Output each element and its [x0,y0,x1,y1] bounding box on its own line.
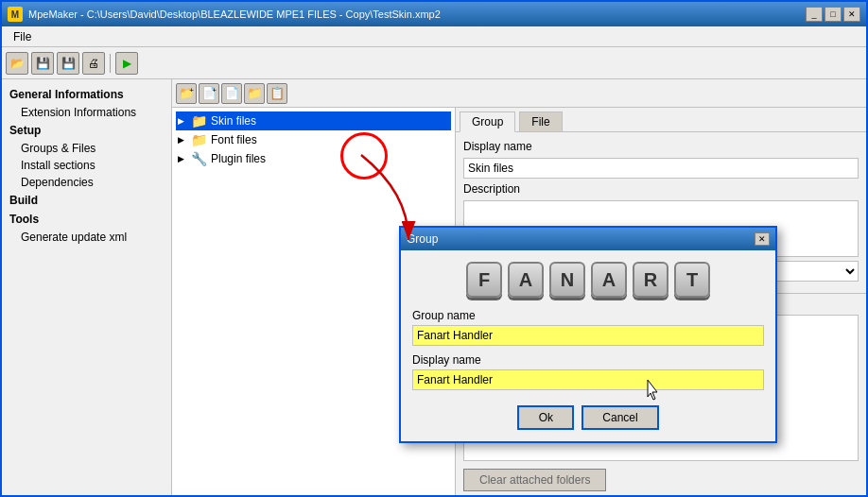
key-f: F [466,262,502,298]
sidebar-item-install[interactable]: Install sections [2,157,171,174]
main-toolbar: 📂 💾 💾 🖨 ▶ [2,47,866,79]
group-dialog: Group ✕ F A N A R T Group na [399,226,777,443]
ok-button[interactable]: Ok [517,405,574,430]
menubar: File [2,26,866,47]
sidebar-item-extension[interactable]: Extension Informations [2,104,171,121]
dialog-display-name-input[interactable] [412,369,764,390]
content-area: General Informations Extension Informati… [2,79,866,495]
titlebar: M MpeMaker - C:\Users\David\Desktop\BLEA… [2,2,866,26]
main-window: M MpeMaker - C:\Users\David\Desktop\BLEA… [0,0,868,497]
titlebar-left: M MpeMaker - C:\Users\David\Desktop\BLEA… [8,7,441,22]
save-as-button[interactable]: 💾 [57,52,79,75]
sidebar-item-groups[interactable]: Groups & Files [2,140,171,157]
dialog-display-name-label: Display name [412,353,764,367]
key-n: N [549,262,585,298]
close-button[interactable]: ✕ [843,7,860,22]
sidebar: General Informations Extension Informati… [2,79,172,495]
sidebar-section-setup: Setup [2,121,171,140]
sidebar-item-dependencies[interactable]: Dependencies [2,174,171,191]
sidebar-item-generate[interactable]: Generate update xml [2,229,171,246]
maximize-button[interactable]: □ [825,7,842,22]
dialog-buttons: Ok Cancel [412,405,764,430]
app-icon: M [8,7,23,22]
key-r: R [633,262,668,298]
keys-row: F A N A R T [412,262,764,298]
key-a2: A [591,262,627,298]
open-button[interactable]: 📂 [6,52,28,75]
group-name-input[interactable] [412,325,764,346]
sidebar-section-tools: Tools [2,210,171,229]
main-area: 📁+ 📄+ 📄 📁 📋 ▶ 📁 Ski [172,79,866,495]
key-t: T [674,262,710,298]
menu-file[interactable]: File [6,28,39,45]
cancel-button[interactable]: Cancel [582,405,658,430]
dialog-titlebar: Group ✕ [401,228,775,250]
sidebar-section-build: Build [2,191,171,210]
run-button[interactable]: ▶ [115,52,138,75]
toolbar-sep [110,54,111,73]
circle-annotation [340,132,388,180]
dialog-close-button[interactable]: ✕ [755,232,770,246]
sidebar-section-general: General Informations [2,85,171,104]
save-button[interactable]: 💾 [31,52,54,75]
dialog-title-text: Group [407,232,438,246]
group-name-label: Group name [412,309,764,322]
key-a1: A [508,262,544,298]
dialog-overlay: Group ✕ F A N A R T Group na [172,79,866,495]
titlebar-controls: _ □ ✕ [806,7,860,22]
window-title: MpeMaker - C:\Users\David\Desktop\BLEAZL… [28,9,441,20]
dialog-content: F A N A R T Group name Display name O [401,250,775,441]
minimize-button[interactable]: _ [806,7,823,22]
print-button[interactable]: 🖨 [82,52,105,75]
